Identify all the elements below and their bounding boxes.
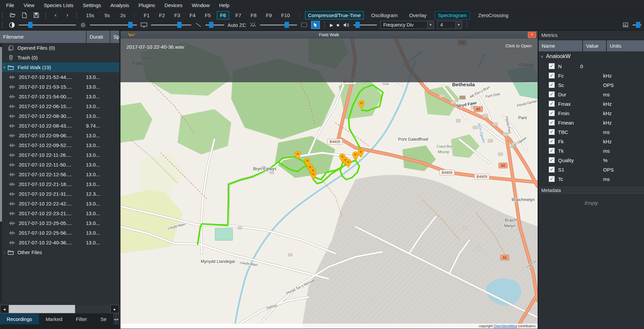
file-row[interactable]: 2017-07-10 22-21-31....12.3... <box>2 189 119 199</box>
sidebar-tab-recordings[interactable]: Recordings <box>0 314 39 324</box>
auto-zc-label[interactable]: Auto ZC <box>228 22 246 28</box>
column-header-species[interactable]: Spe <box>110 31 119 43</box>
file-row[interactable]: 2017-07-10 22-25-56....13.0... <box>2 228 119 238</box>
play-button[interactable]: ▶ <box>330 22 333 28</box>
contrast-slider[interactable] <box>19 22 76 28</box>
sidebar-tab-filter[interactable]: Filter <box>69 314 94 324</box>
brightness-icon[interactable] <box>79 21 87 29</box>
forward-button[interactable]: › <box>64 12 71 18</box>
save-button[interactable] <box>33 11 40 19</box>
metric-checkbox[interactable]: ✓ <box>549 82 555 88</box>
metric-checkbox[interactable]: ✓ <box>549 101 555 107</box>
tree-item-trash[interactable]: Trash (0) <box>2 53 119 62</box>
brightness-slider[interactable] <box>90 22 137 28</box>
file-row[interactable]: 2017-07-10 22-08-43....9.74... <box>2 121 119 131</box>
metric-checkbox[interactable]: ✓ <box>549 129 555 135</box>
column-header-filename[interactable]: Filename <box>0 31 87 43</box>
tab-scroll-left-button[interactable]: ◂ <box>113 314 116 324</box>
metric-row-fk[interactable]: ✓FkkHz <box>539 137 644 146</box>
metric-row-n[interactable]: ✓N0 <box>539 61 644 71</box>
fkey-button-f6[interactable]: F6 <box>217 11 230 19</box>
tree-item-other-files[interactable]: ›Other Files <box>2 247 119 257</box>
metric-row-sc[interactable]: ✓ScOPS <box>539 80 644 90</box>
metadata-section-header[interactable]: Metadata <box>539 186 644 195</box>
file-row[interactable]: 2017-07-10 22-23-21....13.0... <box>2 208 119 218</box>
fkey-button-f4[interactable]: F4 <box>186 11 199 19</box>
spectrogram-settings-icon[interactable] <box>622 21 629 29</box>
menu-item-help[interactable]: Help <box>215 1 234 9</box>
scrollbar-thumb[interactable] <box>9 305 75 313</box>
slider-handle[interactable] <box>128 22 133 28</box>
metric-checkbox[interactable]: ✓ <box>549 176 555 182</box>
selection-marquee-icon[interactable] <box>300 21 308 29</box>
metrics-column-name[interactable]: Name <box>539 40 582 51</box>
metric-row-fc[interactable]: ✓FckHz <box>539 71 644 80</box>
spectrogram-preview-overlay[interactable]: 2017-07-10 22-40-36.wav Click to Open <box>120 39 538 82</box>
slider-handle[interactable] <box>355 22 360 28</box>
file-row[interactable]: 2017-07-10 22-25-05....13.0... <box>2 218 119 228</box>
tree-expander-icon[interactable]: › <box>2 250 7 254</box>
fkey-button-f3[interactable]: F3 <box>171 11 184 19</box>
file-row[interactable]: 2017-07-10 22-22-42....13.0... <box>2 199 119 208</box>
time-button-5s[interactable]: 5s <box>102 11 113 19</box>
metrics-group-analookw[interactable]: ∨ AnalookW <box>539 51 644 61</box>
tree-expander-icon[interactable]: ∨ <box>2 65 7 69</box>
menu-item-devices[interactable]: Devices <box>160 1 186 9</box>
toolbar-grip[interactable] <box>2 12 4 18</box>
speaker-icon[interactable] <box>343 21 350 29</box>
fkey-button-f1[interactable]: F1 <box>140 11 153 19</box>
file-row[interactable]: 2017-07-10 22-08-30....13.0... <box>2 111 119 121</box>
display-icon[interactable] <box>140 21 148 29</box>
metric-checkbox[interactable]: ✓ <box>549 157 555 163</box>
metric-row-s1[interactable]: ✓S1OPS <box>539 165 644 174</box>
file-row[interactable]: 2017-07-10 22-11-26....13.0... <box>2 150 119 160</box>
file-list-horizontal-scrollbar[interactable]: ◂ ▸ <box>0 304 119 314</box>
file-row[interactable]: 2017-07-10 22-12-56....13.0... <box>2 170 119 179</box>
fkey-button-f7[interactable]: F7 <box>232 11 245 19</box>
sidebar-tab-marked[interactable]: Marked <box>39 314 69 324</box>
volume-slider[interactable] <box>353 22 377 28</box>
metric-row-fmin[interactable]: ✓FminkHz <box>539 108 644 118</box>
file-row[interactable]: 2017-07-10 22-06-15....13.0... <box>2 101 119 111</box>
frequency-div-value-dropdown[interactable]: 4 ▼ <box>437 21 462 29</box>
scroll-left-button[interactable]: ◂ <box>0 305 9 313</box>
menu-item-file[interactable]: File <box>2 1 18 9</box>
metric-checkbox[interactable]: ✓ <box>549 138 555 144</box>
file-row[interactable]: 2017-07-10 21-52-44....13.0... <box>2 72 119 82</box>
metric-checkbox[interactable]: ✓ <box>549 167 555 173</box>
zc-sensitivity-icon[interactable] <box>249 21 257 29</box>
scrollbar-track[interactable] <box>75 305 110 313</box>
metrics-column-units[interactable]: Units <box>607 40 644 51</box>
metric-row-fmax[interactable]: ✓FmaxkHz <box>539 99 644 108</box>
compressed-truetime-toggle[interactable]: Compressed/True-Time <box>305 11 364 19</box>
menu-item-window[interactable]: Window <box>188 1 213 9</box>
metric-row-quality[interactable]: ✓Quality% <box>539 155 644 165</box>
view-button-spectrogram[interactable]: Spectrogram <box>435 11 470 19</box>
metric-checkbox[interactable]: ✓ <box>549 110 555 116</box>
file-row[interactable]: 2017-07-10 22-40-36....13.0... <box>2 238 119 247</box>
toolbar-grip[interactable] <box>2 21 4 28</box>
file-row[interactable]: 2017-07-10 22-09-52....13.0... <box>2 140 119 150</box>
file-row[interactable]: 2017-07-10 21-53-15....13.0... <box>2 82 119 92</box>
metric-checkbox[interactable]: ✓ <box>549 91 555 97</box>
menu-item-analysis[interactable]: Analysis <box>106 1 133 9</box>
map-title-bar[interactable]: Field Walk × <box>120 31 538 39</box>
metric-checkbox[interactable]: ✓ <box>549 73 555 79</box>
metric-row-tc[interactable]: ✓Tcms <box>539 174 644 184</box>
fkey-button-f10[interactable]: F10 <box>278 11 293 19</box>
menu-item-settings[interactable]: Settings <box>79 1 105 9</box>
right-edge-slider[interactable] <box>633 22 641 28</box>
tree-item-field-walk[interactable]: ∨Field Walk (19) <box>2 62 119 72</box>
close-icon[interactable]: × <box>528 32 536 38</box>
fkey-button-f2[interactable]: F2 <box>156 11 168 19</box>
map-view[interactable]: B4409B4409B4409B4409A5A5A5A5BethesdaCilf… <box>120 39 538 329</box>
slider-handle[interactable] <box>28 22 33 28</box>
chevron-down-icon[interactable]: ∨ <box>541 54 543 59</box>
cursor-tool-button[interactable] <box>311 21 320 29</box>
view-button-oscillogram[interactable]: Oscillogram <box>368 11 401 19</box>
metric-row-tbc[interactable]: ✓TBCms <box>539 127 644 137</box>
metric-row-dur[interactable]: ✓Durms <box>539 90 644 99</box>
open-folder-button[interactable] <box>9 11 16 19</box>
slope-icon[interactable] <box>195 21 202 29</box>
metric-row-fmean[interactable]: ✓FmeankHz <box>539 118 644 127</box>
